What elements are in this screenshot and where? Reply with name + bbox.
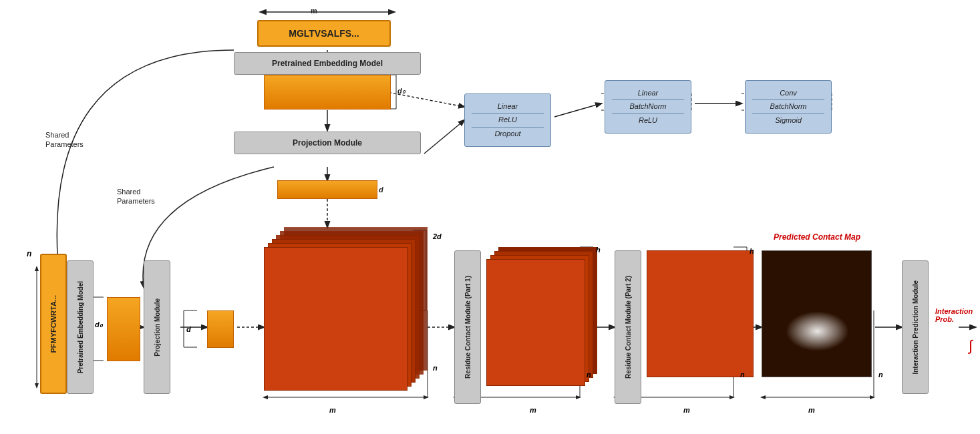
label-h-1: h — [596, 246, 601, 254]
projection-output-top — [277, 180, 377, 199]
label-d0-left: d₀ — [95, 320, 102, 329]
label-m-output1: m — [530, 406, 536, 414]
label-n-output2: n — [740, 371, 745, 379]
blue-box-3: Conv BatchNorm Sigmoid — [745, 80, 832, 134]
residue-contact-part1: Residue Contact Module (Part 1) — [454, 250, 481, 404]
label-n-contact: n — [878, 371, 883, 379]
interaction-prob-label: InteractionProb. — [935, 307, 980, 323]
matrix-stack — [264, 227, 431, 401]
svg-line-55 — [384, 91, 464, 107]
blue-box-1-line2: ReLU — [498, 115, 517, 125]
label-d-left: d — [186, 325, 191, 333]
shared-params-2: SharedParameters — [117, 187, 197, 206]
label-d0-top: d₀ — [397, 87, 405, 95]
embedding-output-left — [107, 297, 140, 361]
label-n-matrix: n — [433, 364, 438, 372]
label-d-top: d — [379, 186, 383, 194]
label-n-output1: n — [587, 371, 591, 379]
sigma-symbol: ∫ — [969, 337, 973, 355]
blue-box-2-line2: BatchNorm — [629, 101, 666, 112]
predicted-contact-map-label: Predicted Contact Map — [764, 232, 870, 242]
pretrained-embedding-top: Pretrained Embedding Model — [234, 52, 421, 75]
interaction-prediction-module: Interaction Prediction Module — [902, 260, 929, 394]
blue-box-3-line2: BatchNorm — [770, 101, 806, 112]
label-h-2: h — [750, 247, 754, 255]
diagram: MGLTVSALFS... m Pretrained Embedding Mod… — [0, 0, 980, 434]
label-m-contact: m — [808, 406, 815, 414]
svg-line-16 — [554, 103, 601, 117]
shared-params-1: SharedParameters — [45, 130, 126, 150]
label-n-left: n — [27, 247, 31, 259]
blue-box-3-line3: Sigmoid — [775, 116, 802, 126]
residue-contact-part2: Residue Contact Module (Part 2) — [615, 250, 641, 404]
svg-line-15 — [424, 120, 464, 154]
blue-box-1-line3: Dropout — [494, 129, 520, 139]
residue-output-2 — [647, 250, 754, 377]
label-2d: 2d — [433, 232, 442, 240]
contact-map — [762, 250, 872, 377]
sequence-top: MGLTVSALFS... — [257, 20, 391, 47]
blue-box-3-line1: Conv — [780, 88, 797, 98]
label-m-top: m — [311, 7, 317, 15]
blue-box-2: Linear BatchNorm ReLU — [605, 80, 691, 134]
label-m-output2: m — [683, 406, 690, 414]
blue-box-1: Linear ReLU Dropout — [464, 93, 551, 147]
blue-box-1-line1: Linear — [498, 101, 518, 112]
blue-box-2-line3: ReLU — [639, 116, 657, 126]
embedding-output-top — [264, 75, 391, 110]
residue-output-1 — [486, 247, 600, 391]
label-m-matrix: m — [329, 406, 336, 414]
projection-output-left — [207, 310, 234, 348]
projection-module-top: Projection Module — [234, 132, 421, 154]
projection-module-left: Projection Module — [144, 260, 170, 394]
sequence-left: PFMYFCWRTA... — [40, 254, 67, 394]
blue-box-2-line1: Linear — [638, 88, 659, 98]
pretrained-embedding-left: Pretrained Embedding Model — [67, 260, 94, 394]
